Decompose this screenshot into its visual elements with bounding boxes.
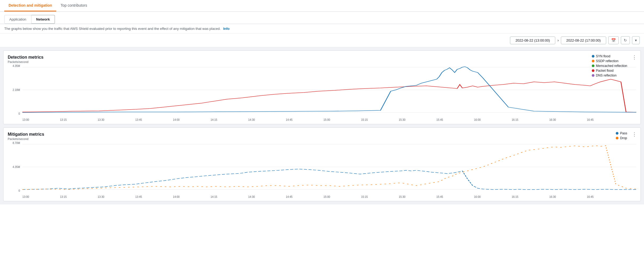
legend-item-pass: Pass	[616, 131, 627, 135]
info-bar: The graphs below show you the traffic th…	[0, 24, 644, 34]
top-tabs: Detection and mitigation Top contributor…	[0, 0, 644, 12]
legend-item-ssdp: SSDP reflection	[592, 59, 627, 63]
legend-label-pass: Pass	[620, 131, 627, 135]
mitigation-chart-card: Mitigation metrics Packets/second ⋮ Pass…	[3, 127, 641, 201]
info-link[interactable]: Info	[223, 27, 230, 31]
refresh-button[interactable]: ↻	[621, 36, 630, 44]
mitigation-y-bot: 0	[8, 189, 20, 192]
date-start-input[interactable]: 2022-08-22 (13:00:00)	[510, 37, 555, 44]
legend-item-syn: SYN flood	[592, 54, 627, 58]
legend-label-syn: SYN flood	[596, 54, 610, 58]
legend-dot-ssdp	[592, 60, 594, 62]
tab-detection[interactable]: Detection and mitigation	[4, 0, 56, 11]
page-wrapper: Detection and mitigation Top contributor…	[0, 0, 644, 253]
mitigation-chart-svg	[8, 142, 636, 192]
sub-tab-application[interactable]: Application	[4, 15, 31, 24]
mitigation-chart-ylabel: Packets/second	[8, 137, 636, 140]
detection-chart-ylabel: Packets/second	[8, 60, 636, 63]
legend-item-drop: Drop	[616, 136, 627, 140]
date-end-input[interactable]: 2022-08-22 (17:00:00)	[561, 37, 606, 44]
mitigation-y-top: 8.70M	[8, 142, 20, 144]
legend-dot-syn	[592, 55, 594, 58]
charts-area: Detection metrics Packets/second ⋮ SYN f…	[0, 47, 644, 204]
detection-x-axis: 13:00 13:15 13:30 13:45 14:00 14:15 14:3…	[8, 118, 594, 121]
detection-chart-menu-button[interactable]: ⋮	[632, 54, 637, 60]
detection-chart-card: Detection metrics Packets/second ⋮ SYN f…	[3, 50, 641, 124]
date-range-bar: 2022-08-22 (13:00:00) › 2022-08-22 (17:0…	[0, 34, 644, 47]
calendar-button[interactable]: 📅	[608, 36, 619, 44]
detection-chart-svg	[8, 65, 636, 115]
sub-tabs: Application Network	[0, 12, 644, 24]
sub-tab-network[interactable]: Network	[31, 15, 55, 24]
legend-label-ssdp: SSDP reflection	[596, 59, 619, 63]
detection-y-mid: 2.18M	[8, 89, 20, 91]
mitigation-chart-legend: Pass Drop	[616, 131, 627, 140]
date-arrow-icon: ›	[557, 38, 559, 42]
legend-label-drop: Drop	[620, 136, 627, 140]
detection-y-bot: 0	[8, 112, 20, 115]
mitigation-y-mid: 4.35M	[8, 166, 20, 168]
mitigation-y-axis: 8.70M 4.35M 0	[8, 142, 21, 192]
mitigation-chart-svg-wrap: 8.70M 4.35M 0	[8, 142, 636, 195]
detection-y-axis: 4.35M 2.18M 0	[8, 65, 21, 115]
detection-y-top: 4.35M	[8, 65, 20, 67]
mitigation-chart-menu-button[interactable]: ⋮	[632, 131, 637, 137]
dropdown-button[interactable]: ▾	[632, 36, 640, 44]
legend-dot-pass	[616, 132, 618, 135]
info-bar-text: The graphs below show you the traffic th…	[4, 27, 221, 31]
detection-chart-title: Detection metrics	[8, 55, 636, 60]
mitigation-x-axis: 13:00 13:15 13:30 13:45 14:00 14:15 14:3…	[8, 195, 594, 198]
mitigation-chart-title: Mitigation metrics	[8, 132, 636, 137]
legend-dot-drop	[616, 137, 618, 139]
detection-chart-svg-wrap: 4.35M 2.18M 0	[8, 65, 636, 118]
tab-contributors[interactable]: Top contributors	[56, 0, 91, 11]
